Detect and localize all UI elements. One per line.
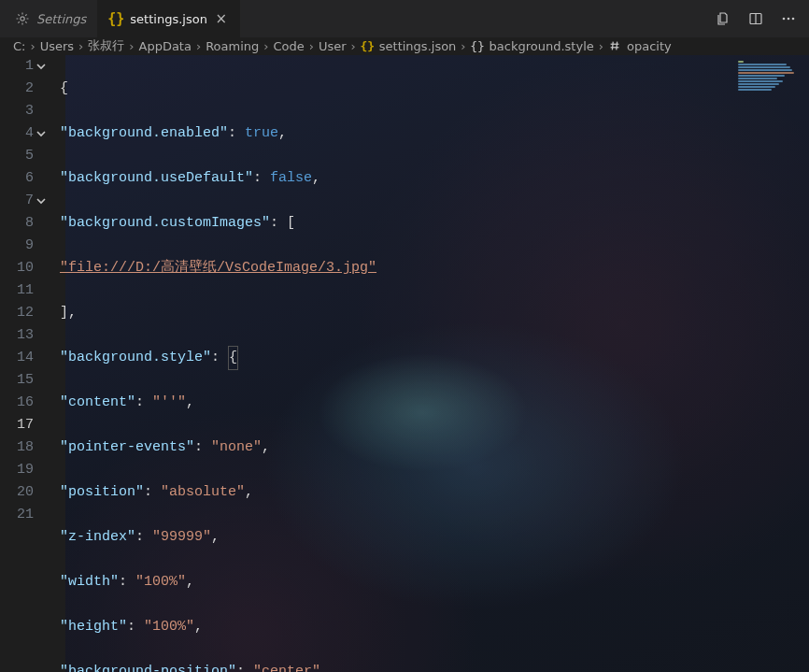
fold-icon[interactable] [34,122,49,145]
code-value: false [270,167,312,190]
crumb-file: {} settings.json [361,39,457,53]
code-key: "background-position" [60,661,236,672]
svg-line-8 [613,42,614,50]
svg-point-4 [787,18,789,21]
crumb-user: User [319,39,347,53]
go-to-file-icon[interactable] [715,11,731,27]
hash-icon [608,39,622,53]
svg-point-5 [791,18,794,21]
line-number-gutter: 1 2 3 4 5 6 7 [0,55,50,672]
chevron-right-icon: › [30,39,35,53]
code-key: "background.style" [60,347,211,369]
code-key: "position" [60,481,144,504]
code-value: "100%" [135,571,186,593]
crumb-zhang: 张叔行 [88,37,124,54]
json-braces-icon: {} [471,39,485,53]
json-braces-icon: {} [108,11,123,26]
tab-bar: Settings {} settings.json × [0,0,809,37]
json-braces-icon: {} [361,39,375,53]
crumb-opacity: opacity [608,39,672,53]
code-key: "z-index" [60,526,135,549]
code-key: "width" [60,571,119,593]
code-value: "none" [211,436,262,459]
close-icon[interactable]: × [214,11,229,26]
minimap[interactable] [738,61,803,93]
svg-point-0 [21,17,24,21]
tab-actions [715,11,809,27]
breadcrumb[interactable]: C: › Users › 张叔行 › AppData › Roaming › C… [0,37,809,55]
split-editor-icon[interactable] [747,11,763,27]
code-key: "background.customImages" [60,212,270,235]
code-value: "99999" [152,526,211,549]
code-value: "''" [152,392,186,414]
fold-icon[interactable] [34,55,49,78]
code-line: ], [60,302,77,324]
code-key: "background.enabled" [60,122,228,145]
tab-label: Settings [36,12,86,26]
tab-settings[interactable]: Settings [0,0,97,37]
code-value: true [245,122,278,145]
svg-point-3 [782,18,785,21]
crumb-code: Code [273,39,304,53]
gear-icon [15,11,30,26]
code-line: { [60,78,68,100]
crumb-users: Users [40,39,74,53]
code-editor[interactable]: 1 2 3 4 5 6 7 [0,55,809,672]
tab-settings-json[interactable]: {} settings.json × [97,0,240,37]
tab-label: settings.json [130,12,207,26]
crumb-style: {} background.style [471,39,594,53]
fold-icon[interactable] [34,190,49,212]
crumb-appdata: AppData [138,39,191,53]
code-value: "absolute" [161,481,245,504]
code-key: "height" [60,616,127,638]
more-icon[interactable] [780,11,796,27]
svg-line-9 [617,42,617,50]
code-value: "100%" [144,616,194,638]
code-string-url: "file:///D:/高清壁纸/VsCodeImage/3.jpg" [60,257,376,279]
crumb-c: C: [13,39,25,53]
code-key: "background.useDefault" [60,167,253,190]
code-key: "content" [60,392,135,414]
code-value: "center" [253,661,320,672]
code-key: "pointer-events" [60,436,194,459]
code-content[interactable]: { "background.enabled": true, "backgroun… [50,55,809,672]
crumb-roaming: Roaming [206,39,259,53]
